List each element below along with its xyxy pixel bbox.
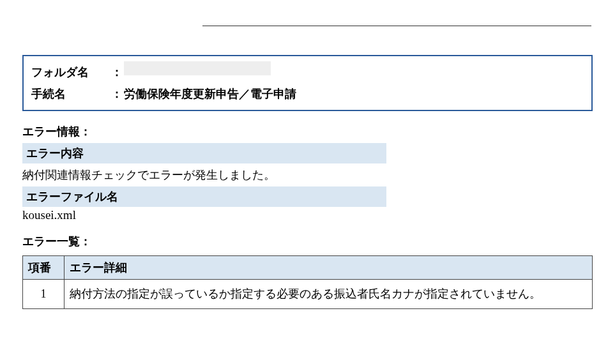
error-content-heading: エラー内容 — [22, 143, 386, 163]
error-file-text: kousei.xml — [22, 208, 593, 222]
page: フォルダ名 ： 手続名 ： 労働保険年度更新申告／電子申請 エラー情報： エラー… — [0, 0, 615, 322]
folder-label: フォルダ名 — [31, 61, 111, 83]
folder-row: フォルダ名 ： — [31, 61, 584, 83]
info-box: フォルダ名 ： 手続名 ： 労働保険年度更新申告／電子申請 — [22, 55, 593, 111]
colon: ： — [111, 61, 124, 83]
error-table-col-detail: エラー詳細 — [65, 256, 593, 280]
top-rule — [202, 26, 591, 26]
error-table-header-row: 項番 エラー詳細 — [23, 256, 593, 280]
error-info-label: エラー情報： — [22, 124, 593, 139]
error-list-label: エラー一覧： — [22, 234, 593, 249]
error-row-detail: 納付方法の指定が誤っているか指定する必要のある振込者氏名カナが指定されていません… — [65, 280, 593, 309]
folder-value-redacted — [124, 61, 271, 75]
table-row: 1 納付方法の指定が誤っているか指定する必要のある振込者氏名カナが指定されていま… — [23, 280, 593, 309]
error-file-heading: エラーファイル名 — [22, 186, 386, 207]
procedure-label: 手続名 — [31, 83, 111, 105]
error-content-text: 納付関連情報チェックでエラーが発生しました。 — [22, 167, 593, 183]
error-table-col-num: 項番 — [23, 256, 65, 280]
procedure-value: 労働保険年度更新申告／電子申請 — [124, 83, 296, 105]
colon: ： — [111, 83, 124, 105]
procedure-row: 手続名 ： 労働保険年度更新申告／電子申請 — [31, 83, 584, 105]
error-row-num: 1 — [23, 280, 65, 309]
error-table: 項番 エラー詳細 1 納付方法の指定が誤っているか指定する必要のある振込者氏名カ… — [22, 255, 593, 309]
